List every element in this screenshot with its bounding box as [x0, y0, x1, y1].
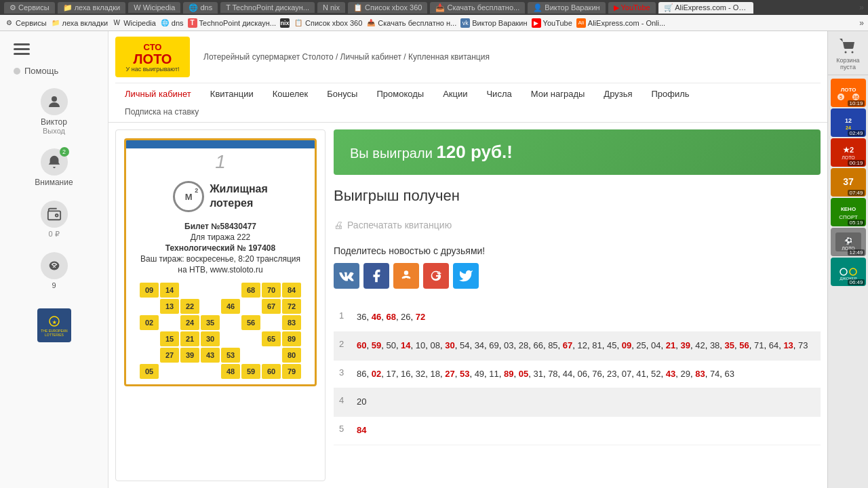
more-bookmarks-button[interactable]: » — [859, 18, 864, 28]
ticket-info: Билет №58430477 Для тиража 222 Технологи… — [126, 218, 315, 279]
bookmark-viktor[interactable]: vkВиктор Варакин — [460, 18, 527, 28]
num-cell: 21 — [180, 331, 199, 346]
svg-point-2 — [55, 214, 58, 217]
sidebar-lottery-item-1[interactable]: ЛОТО536 10:19 — [831, 79, 866, 107]
european-lotteries-logo: ★ THE EUROPEAN LOTTERIES — [37, 308, 71, 342]
tab-wikipedia[interactable]: W Wicipedia — [128, 2, 180, 13]
bookmarks-bar: ⚙Сервисы 📁леха вкладки WWicipedia 🌐dns T… — [0, 15, 868, 31]
nav-personal-cabinet[interactable]: Личный кабинет — [115, 83, 201, 104]
tab-technopoint[interactable]: T TechnoPoint дискаун... — [220, 2, 315, 13]
num-cell: 65 — [262, 331, 281, 346]
sidebar-lottery-item-2[interactable]: 1224 02:49 — [831, 108, 866, 137]
user-profile-item[interactable]: Виктор Выход — [0, 81, 108, 142]
more-tabs-button[interactable]: » — [859, 3, 864, 12]
technopoint-icon: T — [188, 18, 197, 28]
nav-promocodes[interactable]: Промокоды — [367, 83, 433, 104]
user-avatar-icon — [41, 88, 68, 115]
draw-row-numbers: 84 — [357, 424, 815, 438]
bookmark-technopoint[interactable]: TTechnoPoint дискаун... — [188, 18, 276, 28]
vk-bookmark-icon: vk — [460, 18, 470, 28]
svg-text:КЕНО: КЕНО — [840, 206, 855, 212]
draw-row-numbers: 60, 59, 50, 14, 10, 08, 30, 54, 34, 69, … — [357, 339, 815, 353]
sidebar-lottery-item-4[interactable]: 37 07:49 — [831, 168, 866, 197]
share-facebook-button[interactable] — [363, 263, 389, 289]
draw-row-number: 1 — [339, 310, 349, 321]
bookmark-nix[interactable]: nix — [280, 18, 290, 28]
brain-item[interactable]: 9 — [0, 245, 108, 296]
num-cell: 24 — [180, 315, 199, 330]
ticket-top-bar — [126, 140, 315, 148]
sidebar-lottery-item-3[interactable]: ★2ЛОТО 00:19 — [831, 138, 866, 167]
draw-row-numbers: 36, 46, 68, 26, 72 — [357, 310, 815, 325]
svg-text:⚽: ⚽ — [844, 237, 853, 245]
nav-wallet[interactable]: Кошелек — [263, 83, 318, 104]
nav-numbers[interactable]: Числа — [477, 83, 521, 104]
site-header: СТО ЛОТО У нас выигрывают! Лотерейный су… — [108, 31, 827, 123]
svg-text:LOTTERIES: LOTTERIES — [45, 333, 64, 337]
bookmark-dns[interactable]: 🌐dns — [160, 18, 184, 28]
wallet-icon — [41, 201, 68, 228]
num-cell: 56 — [241, 315, 260, 330]
nav-friends[interactable]: Друзья — [594, 83, 642, 104]
nav-my-awards[interactable]: Мои награды — [521, 83, 595, 104]
tab-download[interactable]: 📥 Скачать бесплатно... — [430, 2, 525, 14]
svg-text:ЛОТО: ЛОТО — [842, 155, 855, 160]
cart-icon — [839, 38, 858, 56]
share-twitter-button[interactable] — [453, 263, 479, 289]
notifications-item[interactable]: 2 Внимание — [0, 142, 108, 194]
num-cell: 48 — [221, 364, 240, 379]
site-logo[interactable]: СТО ЛОТО У нас выигрывают! — [115, 37, 190, 77]
sidebar-lottery-item-6[interactable]: ⚽ЛОТО 12:49 — [831, 228, 866, 256]
share-section: Поделитесь новостью с друзьями! — [334, 240, 821, 294]
sidebar-lottery-item-7[interactable]: ДЖОКЕР 06:49 — [831, 258, 866, 286]
nav-profile[interactable]: Профиль — [642, 83, 699, 104]
nav-receipts[interactable]: Квитанции — [201, 83, 263, 104]
bookmark-services[interactable]: ⚙Сервисы — [4, 18, 47, 28]
tab-services[interactable]: ⚙ Сервисы — [4, 2, 55, 14]
wikipedia-icon: W — [112, 18, 121, 28]
bookmark-wikipedia[interactable]: WWicipedia — [112, 18, 156, 28]
tab-nix[interactable]: N nix — [317, 2, 345, 13]
help-item[interactable]: Помощь — [0, 60, 108, 81]
nav-subscription[interactable]: Подписка на ставку — [115, 104, 821, 122]
european-lotteries-item[interactable]: ★ THE EUROPEAN LOTTERIES — [0, 296, 108, 354]
tab-xbox[interactable]: 📋 Список xbox 360 — [348, 2, 427, 14]
browser-tabs-bar: ⚙ Сервисы 📁 леха вкладки W Wicipedia 🌐 d… — [0, 0, 868, 15]
share-vk-button[interactable] — [334, 263, 359, 289]
bookmark-youtube[interactable]: ▶YouTube — [532, 18, 572, 28]
main-content: СТО ЛОТО У нас выигрывают! Лотерейный су… — [108, 31, 827, 488]
bookmark-download[interactable]: 📥Скачать бесплатно н... — [366, 18, 456, 28]
tab-dns[interactable]: 🌐 dns — [183, 2, 218, 14]
sidebar-lottery-item-5[interactable]: КЕНОСПОРТ 05:19 — [831, 198, 866, 226]
svg-text:37: 37 — [843, 176, 854, 187]
draw-row-numbers: 20 — [357, 395, 815, 409]
timer-label: 02:49 — [848, 130, 864, 136]
svg-point-10 — [844, 52, 846, 54]
tab-youtube[interactable]: ▶ YouTube — [608, 2, 656, 14]
nav-bonuses[interactable]: Бонусы — [317, 83, 367, 104]
share-odnoklassniki-button[interactable] — [393, 263, 419, 289]
print-receipt-button[interactable]: 🖨 Распечатать квитанцию — [334, 217, 821, 233]
share-googleplus-button[interactable] — [423, 263, 449, 289]
draw-result-row: 136, 46, 68, 26, 72 — [334, 304, 821, 332]
bookmark-aliexpress[interactable]: AliAliExpress.com - Onli... — [576, 18, 665, 28]
hamburger-line — [14, 53, 30, 55]
bookmark-leha[interactable]: 📁леха вкладки — [51, 18, 108, 28]
svg-point-9 — [404, 270, 408, 274]
draw-row-number: 2 — [339, 339, 349, 349]
tab-aliexpress[interactable]: 🛒 AliExpress.com - Onli... — [658, 2, 753, 14]
nav-promotions[interactable]: Акции — [433, 83, 477, 104]
cart-area[interactable]: Корзина пуста — [828, 34, 868, 75]
wallet-item[interactable]: 0 ₽ — [0, 194, 108, 245]
num-cell: 80 — [282, 348, 301, 363]
num-cell: 02 — [140, 315, 159, 330]
num-cell: 43 — [201, 348, 220, 363]
svg-text:5: 5 — [840, 95, 842, 100]
num-cell: 14 — [160, 283, 179, 298]
tab-leha[interactable]: 📁 леха вкладки — [58, 2, 126, 14]
hamburger-menu-button[interactable] — [0, 38, 108, 60]
right-sidebar: Корзина пуста ЛОТО536 10:19 1224 02:49 ★… — [827, 31, 868, 488]
tab-viktor[interactable]: 👤 Виктор Варакин — [528, 2, 605, 14]
folder-icon: 📁 — [51, 18, 60, 28]
bookmark-xbox[interactable]: 📋Список xbox 360 — [294, 18, 362, 28]
